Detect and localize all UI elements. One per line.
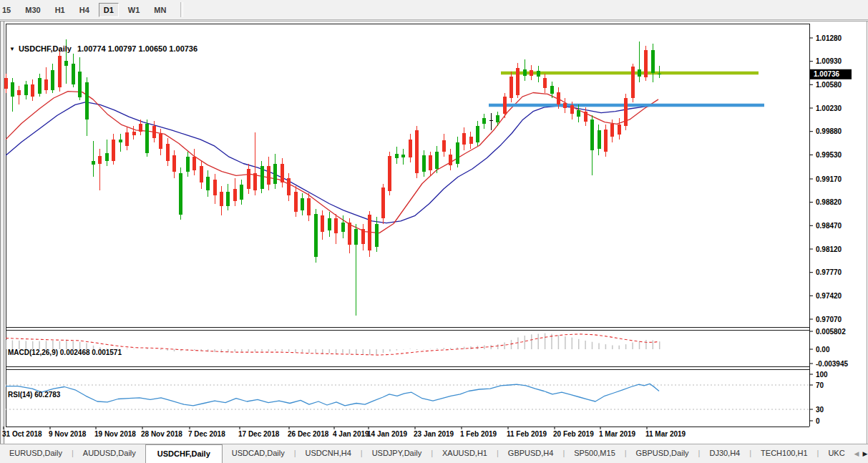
candle-body	[132, 132, 136, 136]
timeframe-button-15[interactable]: 15	[0, 3, 16, 17]
date-axis: 31 Oct 20189 Nov 201819 Nov 201828 Nov 2…	[2, 427, 686, 438]
tab-usdchf-daily[interactable]: USDCHF,Daily	[145, 444, 223, 463]
timeframe-toolbar: 15M30H1H4D1W1MN	[0, 0, 868, 20]
candle-body	[516, 68, 520, 95]
macd-axis-label: 0.005802	[816, 328, 846, 336]
price-axis-label: 0.98470	[816, 222, 842, 230]
tab-ukc[interactable]: UKC	[819, 444, 854, 463]
tab-scroll-right-icon[interactable]: ▶	[863, 450, 868, 457]
price-axis-label: 1.00230	[816, 104, 842, 112]
ma-fast-line	[6, 92, 658, 233]
candle-body	[314, 214, 318, 257]
price-axis-label: 0.98820	[816, 198, 842, 206]
candle-body	[415, 130, 419, 173]
timeframe-button-w1[interactable]: W1	[123, 3, 145, 17]
candle-body	[476, 126, 479, 142]
date-axis-label: 11 Feb 2019	[507, 430, 547, 438]
candle-body	[341, 223, 345, 232]
candles-layer	[4, 39, 662, 316]
date-axis-label: 26 Dec 2018	[288, 430, 329, 438]
tab-sp500-m15[interactable]: SP500,M15	[565, 444, 624, 463]
candle-body	[294, 192, 298, 212]
candle-body	[51, 70, 54, 90]
tab-gbpusd-daily[interactable]: GBPUSD,Daily	[627, 444, 698, 463]
chevron-down-icon[interactable]: ▼	[9, 46, 15, 52]
candle-body	[125, 132, 129, 147]
timeframe-button-mn[interactable]: MN	[149, 3, 171, 17]
tab-scroll-left-icon[interactable]: ◀	[854, 450, 859, 457]
date-axis-label: 31 Oct 2018	[2, 430, 42, 438]
tab-dj30-h4[interactable]: DJ30,H4	[700, 444, 749, 463]
candle-body	[44, 79, 48, 90]
price-chart-canvas[interactable]: 1.012801.009301.005801.002300.998800.995…	[0, 21, 868, 444]
tab-xauusd-h1[interactable]: XAUUSD,H1	[433, 444, 497, 463]
chart-tabs: EURUSD,Daily|AUDUSD,DailyUSDCHF,DailyUSD…	[0, 444, 868, 463]
rsi-line	[6, 384, 659, 406]
candle-body	[651, 50, 655, 73]
candle-body	[307, 198, 311, 215]
tab-scroll-controls: ◀▶	[854, 444, 868, 463]
candle-body	[281, 164, 284, 182]
candle-body	[220, 192, 223, 207]
candle-body	[166, 144, 170, 161]
candle-body	[85, 82, 89, 120]
candle-body	[4, 78, 8, 89]
candle-body	[247, 169, 250, 189]
macd-indicator-label: MACD(12,26,9) 0.002468 0.001571	[8, 349, 122, 356]
macd-axis-label: 0.00	[816, 346, 830, 354]
candle-body	[644, 50, 648, 77]
candle-body	[557, 92, 560, 105]
candle-body	[368, 215, 371, 250]
price-axis-label: 0.98120	[816, 245, 842, 253]
chart-window[interactable]: 1.012801.009301.005801.002300.998800.995…	[0, 21, 868, 444]
candle-body	[496, 115, 499, 122]
candle-body	[152, 126, 156, 138]
timeframe-button-d1[interactable]: D1	[99, 3, 119, 17]
date-axis-label: 1 Mar 2019	[599, 430, 636, 438]
date-axis-label: 20 Feb 2019	[553, 430, 594, 438]
price-tag: 1.00736	[810, 69, 852, 79]
candle-body	[409, 140, 412, 157]
candle-body	[179, 173, 182, 215]
candle-body	[401, 155, 405, 157]
candle-body	[638, 69, 641, 77]
toolbar-separator	[180, 2, 183, 17]
candle-body	[429, 155, 432, 170]
candle-body	[172, 155, 176, 171]
tab-eurusd-daily[interactable]: EURUSD,Daily	[0, 444, 72, 463]
date-axis-label: 19 Nov 2018	[94, 430, 136, 438]
candle-body	[92, 161, 95, 165]
tab-gbpusd-h4[interactable]: GBPUSD,H4	[499, 444, 563, 463]
tab-usdcad-daily[interactable]: USDCAD,Daily	[223, 444, 294, 463]
rsi-axis-label: 30	[816, 406, 824, 414]
date-axis-label: 9 Nov 2018	[49, 430, 87, 438]
candle-body	[523, 69, 527, 76]
timeframe-button-h4[interactable]: H4	[74, 3, 94, 17]
candle-body	[24, 84, 28, 95]
timeframe-button-m30[interactable]: M30	[20, 3, 45, 17]
date-axis-label: 17 Dec 2018	[238, 430, 280, 438]
price-axis-label: 0.97070	[816, 316, 842, 323]
candle-body	[604, 130, 608, 152]
date-axis-label: 11 Mar 2019	[645, 430, 686, 438]
candle-body	[240, 185, 243, 200]
candle-body	[530, 70, 533, 76]
candle-body	[105, 153, 109, 161]
candle-body	[112, 140, 115, 161]
candle-body	[321, 215, 324, 231]
candle-body	[226, 192, 230, 207]
tab-audusd-daily[interactable]: AUDUSD,Daily	[74, 444, 145, 463]
candle-body	[658, 74, 661, 74]
price-axis-label: 1.00930	[816, 57, 842, 65]
tab-tech100-h1[interactable]: TECH100,H1	[751, 444, 816, 463]
candle-body	[64, 61, 68, 67]
timeframe-button-h1[interactable]: H1	[50, 3, 70, 17]
candle-body	[509, 77, 513, 98]
chart-ohlc-values: 1.00774 1.00797 1.00650 1.00736	[77, 44, 198, 53]
candle-body	[328, 218, 331, 230]
tab-usdjpy-daily[interactable]: USDJPY,Daily	[363, 444, 431, 463]
candle-body	[543, 78, 547, 88]
candle-body	[206, 177, 210, 190]
tab-usdcnh-h4[interactable]: USDCNH,H4	[296, 444, 361, 463]
date-axis-label: 7 Dec 2018	[188, 430, 225, 438]
